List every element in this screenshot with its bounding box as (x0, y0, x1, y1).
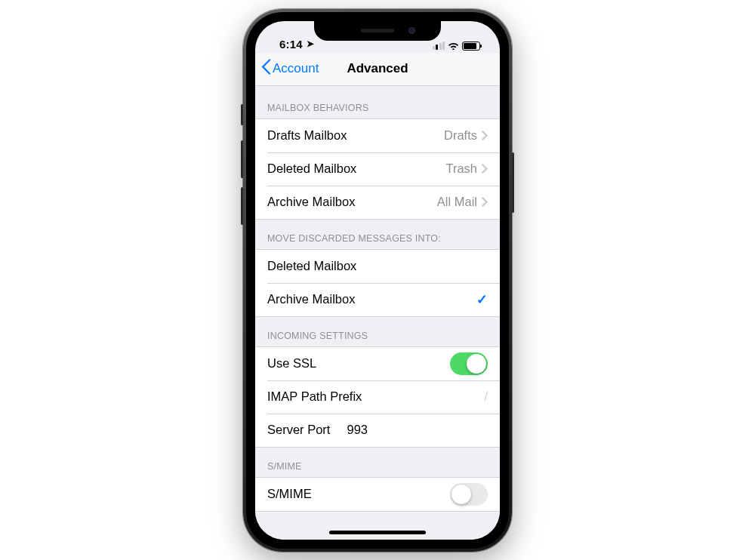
toggle-use-ssl[interactable] (450, 352, 488, 375)
row-archive-mailbox[interactable]: Archive Mailbox All Mail (255, 186, 500, 219)
group-move-discarded: Deleted Mailbox Archive Mailbox ✓ (255, 249, 500, 317)
back-button-label: Account (273, 61, 319, 76)
row-value: Drafts (444, 128, 477, 143)
screen: 6:14 ➤ Account (255, 21, 500, 540)
wifi-icon (448, 42, 459, 50)
group-smime: S/MIME (255, 477, 500, 512)
option-archive-mailbox[interactable]: Archive Mailbox ✓ (255, 283, 500, 316)
row-label: Deleted Mailbox (267, 259, 488, 273)
clock-time: 6:14 (279, 38, 303, 51)
chevron-right-icon (482, 131, 488, 140)
chevron-right-icon (482, 164, 488, 174)
row-value: All Mail (437, 195, 477, 209)
group-mailbox-behaviors: Drafts Mailbox Drafts Deleted Mailbox Tr… (255, 118, 500, 220)
notch (314, 20, 441, 41)
row-value: Trash (445, 162, 477, 176)
row-imap-path-prefix[interactable]: IMAP Path Prefix / (255, 380, 500, 414)
row-label: S/MIME (267, 487, 450, 501)
section-header-incoming: INCOMING SETTINGS (255, 317, 500, 346)
chevron-right-icon (482, 197, 488, 207)
chevron-left-icon (261, 59, 271, 78)
row-value: / (484, 389, 488, 404)
front-camera (408, 27, 415, 34)
row-server-port[interactable]: Server Port 993 (255, 414, 500, 447)
row-use-ssl: Use SSL (255, 347, 500, 380)
volume-down-button (241, 187, 243, 225)
row-deleted-mailbox[interactable]: Deleted Mailbox Trash (255, 152, 500, 186)
row-label: Server Port (267, 423, 330, 437)
back-button[interactable]: Account (261, 59, 319, 78)
row-label: Use SSL (267, 356, 450, 371)
section-header-mailbox-behaviors: MAILBOX BEHAVIORS (255, 86, 500, 118)
navigation-bar: Account Advanced (255, 53, 500, 86)
toggle-smime[interactable] (450, 483, 488, 506)
volume-up-button (241, 140, 243, 178)
row-label: IMAP Path Prefix (267, 389, 478, 404)
row-label: Drafts Mailbox (267, 128, 444, 143)
row-label: Archive Mailbox (267, 195, 437, 209)
home-indicator[interactable] (329, 531, 426, 534)
cellular-signal-icon (433, 42, 445, 50)
row-label: Deleted Mailbox (267, 162, 445, 176)
status-left: 6:14 ➤ (279, 38, 314, 51)
earpiece-speaker (361, 29, 394, 32)
side-power-button (512, 152, 514, 213)
checkmark-icon: ✓ (476, 291, 488, 308)
location-services-icon: ➤ (307, 38, 314, 49)
section-header-move-discarded: MOVE DISCARDED MESSAGES INTO: (255, 220, 500, 249)
row-label: Archive Mailbox (267, 292, 476, 306)
row-smime: S/MIME (255, 478, 500, 511)
option-deleted-mailbox[interactable]: Deleted Mailbox (255, 250, 500, 283)
section-header-smime: S/MIME (255, 448, 500, 477)
battery-icon (462, 42, 480, 51)
settings-content: MAILBOX BEHAVIORS Drafts Mailbox Drafts … (255, 86, 500, 540)
row-drafts-mailbox[interactable]: Drafts Mailbox Drafts (255, 119, 500, 152)
phone-device-frame: 6:14 ➤ Account (243, 9, 512, 552)
mute-switch (241, 104, 243, 125)
status-right (433, 42, 481, 51)
group-incoming: Use SSL IMAP Path Prefix / Server Port 9… (255, 346, 500, 448)
row-value: 993 (347, 423, 368, 437)
